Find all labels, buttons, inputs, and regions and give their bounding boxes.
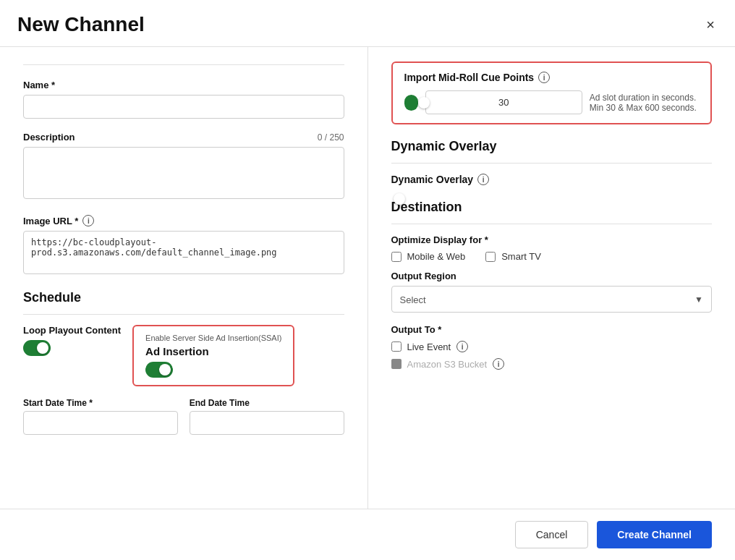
s3-bucket-info-icon[interactable]: i: [493, 358, 504, 370]
loop-playout-label: Loop Playout Content: [23, 325, 121, 336]
live-event-info-icon[interactable]: i: [456, 341, 468, 352]
modal-footer: Cancel Create Channel: [0, 509, 735, 560]
end-datetime-group: End Date Time: [190, 398, 344, 435]
dynamic-overlay-section: Dynamic Overlay Dynamic Overlay i: [391, 139, 713, 185]
ad-insertion-toggle[interactable]: [145, 362, 173, 378]
right-column: Import Mid-Roll Cue Points i 30 Ad slot …: [368, 47, 736, 509]
midroll-toggle[interactable]: [404, 95, 418, 111]
smart-tv-checkbox[interactable]: [485, 252, 496, 262]
start-datetime-input[interactable]: [23, 411, 178, 435]
destination-section: Destination Optimize Display for * Mobil…: [391, 200, 713, 370]
modal-body: Name * Description 0 / 250 Image URL * i…: [0, 47, 735, 509]
ad-insertion-label: Ad Insertion: [145, 345, 281, 357]
live-event-checkbox[interactable]: [391, 341, 402, 352]
page-title: New Channel: [17, 13, 145, 36]
midroll-label: Import Mid-Roll Cue Points: [404, 72, 535, 83]
datetime-row: Start Date Time * End Date Time: [23, 398, 344, 435]
end-datetime-input[interactable]: [190, 411, 344, 435]
image-url-info-icon[interactable]: i: [82, 215, 94, 226]
destination-title: Destination: [391, 200, 713, 215]
s3-bucket-checkbox[interactable]: [391, 359, 402, 369]
mobile-web-label: Mobile & Web: [407, 251, 466, 262]
description-count: 0 / 250: [318, 132, 344, 143]
destination-divider: [391, 224, 713, 224]
dynamic-overlay-info-icon[interactable]: i: [477, 174, 489, 185]
ad-insertion-box: Enable Server Side Ad Insertion(SSAI) Ad…: [132, 325, 294, 386]
name-group: Name *: [23, 80, 344, 119]
desc-header: Description 0 / 250: [23, 132, 344, 143]
smart-tv-label: Smart TV: [501, 251, 541, 262]
left-column: Name * Description 0 / 250 Image URL * i…: [0, 47, 368, 509]
midroll-controls: 30 Ad slot duration in seconds. Min 30 &…: [404, 90, 700, 114]
description-group: Description 0 / 250: [23, 132, 344, 202]
midroll-hint: Ad slot duration in seconds. Min 30 & Ma…: [590, 93, 699, 113]
image-url-input[interactable]: https://bc-cloudplayout-prod.s3.amazonaw…: [23, 231, 344, 274]
midroll-duration-input[interactable]: 30: [425, 90, 582, 114]
ad-insertion-toggle-wrap: [145, 362, 281, 378]
cancel-button[interactable]: Cancel: [515, 521, 589, 548]
create-channel-button[interactable]: Create Channel: [597, 521, 712, 548]
import-midroll-box: Import Mid-Roll Cue Points i 30 Ad slot …: [391, 61, 713, 124]
schedule-divider: [23, 314, 344, 315]
start-datetime-group: Start Date Time *: [23, 398, 178, 435]
new-channel-modal: New Channel × Name * Description 0 / 250: [0, 0, 735, 560]
schedule-row: Loop Playout Content Enable Server Side …: [23, 325, 344, 386]
s3-bucket-label: Amazon S3 Bucket: [407, 359, 488, 370]
loop-playout-toggle-wrap: [23, 340, 51, 356]
midroll-header: Import Mid-Roll Cue Points i: [404, 72, 700, 83]
output-region-select[interactable]: [391, 286, 713, 313]
end-datetime-label: End Date Time: [190, 398, 344, 408]
name-label: Name *: [23, 80, 344, 90]
output-region-label: Output Region: [391, 271, 713, 281]
description-input[interactable]: [23, 147, 344, 199]
start-datetime-label: Start Date Time *: [23, 398, 178, 408]
image-url-group: Image URL * i https://bc-cloudplayout-pr…: [23, 215, 344, 277]
ssai-label: Enable Server Side Ad Insertion(SSAI): [145, 334, 281, 342]
output-to-group: Output To * Live Event i Amazon S3 Bucke…: [391, 324, 713, 370]
midroll-info-icon[interactable]: i: [538, 72, 550, 83]
image-url-label: Image URL *: [23, 216, 78, 226]
name-input[interactable]: [23, 95, 344, 119]
output-region-group: Output Region ▼ Select: [391, 271, 713, 313]
dynamic-overlay-label-row: Dynamic Overlay i: [391, 174, 713, 185]
top-divider: [23, 64, 344, 65]
s3-bucket-row: Amazon S3 Bucket i: [391, 358, 713, 370]
dynamic-overlay-title: Dynamic Overlay: [391, 139, 713, 154]
loop-playout-toggle[interactable]: [23, 340, 51, 356]
live-event-label: Live Event: [407, 341, 451, 352]
dynamic-overlay-divider: [391, 163, 713, 164]
modal-header: New Channel ×: [0, 0, 735, 47]
output-region-select-wrap: ▼ Select: [391, 286, 713, 313]
live-event-row: Live Event i: [391, 341, 713, 352]
output-to-label: Output To *: [391, 324, 713, 335]
mobile-web-checkbox[interactable]: [391, 252, 402, 262]
loop-playout-group: Loop Playout Content: [23, 325, 121, 356]
description-label: Description: [23, 132, 75, 143]
optimize-label: Optimize Display for *: [391, 234, 713, 245]
schedule-title: Schedule: [23, 290, 344, 305]
close-button[interactable]: ×: [703, 14, 718, 36]
dynamic-overlay-label: Dynamic Overlay: [391, 174, 474, 185]
mobile-web-row: Mobile & Web Smart TV: [391, 251, 713, 262]
